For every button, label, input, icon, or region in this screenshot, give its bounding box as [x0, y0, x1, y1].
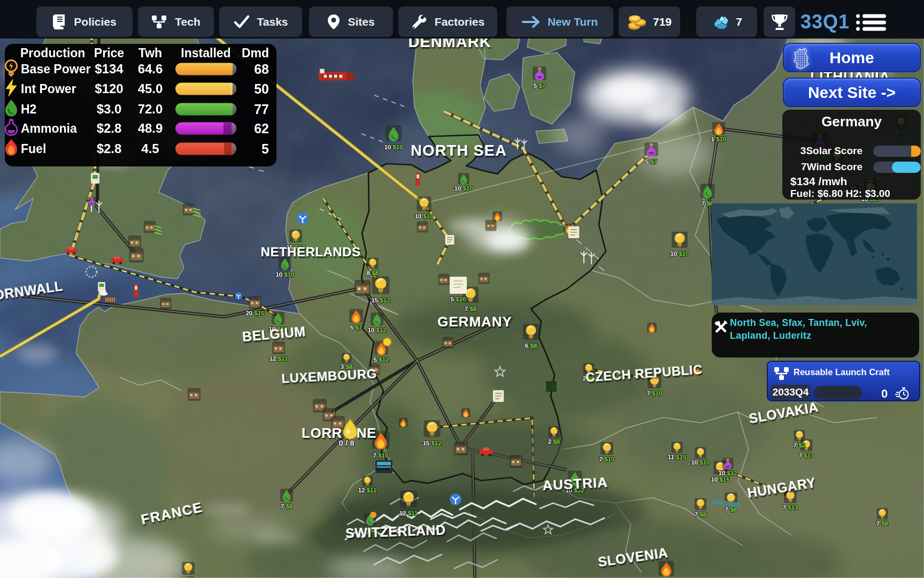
svg-text:10 $10: 10 $10 — [454, 185, 473, 192]
svg-text:GERMANY: GERMANY — [437, 314, 512, 330]
svg-text:7 $8: 7 $8 — [465, 306, 477, 312]
svg-text:5 $7: 5 $7 — [350, 324, 362, 331]
svg-text:10 $12: 10 $12 — [718, 470, 737, 476]
svg-text:10 $10: 10 $10 — [275, 271, 294, 278]
svg-text:15 $12: 15 $12 — [371, 297, 390, 303]
svg-text:10 $10: 10 $10 — [691, 459, 710, 466]
svg-text:7 $2: 7 $2 — [794, 442, 805, 448]
svg-text:7 $13: 7 $13 — [799, 452, 814, 459]
svg-text:7 $8: 7 $8 — [725, 506, 737, 513]
svg-text:10 $15: 10 $15 — [711, 476, 730, 483]
svg-text:11 $15: 11 $15 — [668, 454, 687, 460]
svg-text:7 $8: 7 $8 — [695, 511, 707, 518]
svg-text:7 $8: 7 $8 — [876, 520, 889, 527]
svg-text:12 $11: 12 $11 — [399, 510, 418, 516]
svg-text:5 $12: 5 $12 — [374, 356, 389, 363]
svg-text:2 $8: 2 $8 — [548, 438, 560, 445]
svg-text:10 $10: 10 $10 — [670, 250, 689, 257]
svg-text:7 $8: 7 $8 — [281, 503, 293, 509]
svg-text:7 $10: 7 $10 — [647, 390, 663, 397]
svg-text:AUSTRIA: AUSTRIA — [542, 474, 609, 493]
svg-text:10 $10: 10 $10 — [384, 144, 403, 150]
svg-text:10 $10: 10 $10 — [414, 213, 433, 219]
svg-text:8 $8: 8 $8 — [367, 270, 379, 276]
svg-text:12 $11: 12 $11 — [358, 487, 377, 493]
svg-text:7 $13: 7 $13 — [783, 504, 798, 511]
svg-text:1 $10: 1 $10 — [711, 136, 727, 142]
svg-text:7 $10: 7 $10 — [599, 456, 615, 462]
svg-text:LORRAINE: LORRAINE — [302, 425, 376, 441]
svg-text:6 $8: 6 $8 — [525, 343, 537, 349]
svg-text:NORTH SEA: NORTH SEA — [411, 142, 507, 159]
svg-text:5 $10: 5 $10 — [451, 296, 466, 302]
svg-text:10 $12: 10 $12 — [367, 327, 386, 333]
svg-text:8 $8: 8 $8 — [182, 576, 195, 578]
svg-text:15 $12: 15 $12 — [422, 440, 441, 446]
svg-text:NETHERLANDS: NETHERLANDS — [261, 245, 361, 259]
svg-text:5 $7: 5 $7 — [534, 82, 545, 89]
svg-text:20 $15: 20 $15 — [245, 310, 265, 316]
svg-text:5 $7: 5 $7 — [645, 158, 657, 165]
svg-text:12 $11: 12 $11 — [270, 355, 288, 362]
svg-text:7 $10: 7 $10 — [373, 452, 389, 459]
